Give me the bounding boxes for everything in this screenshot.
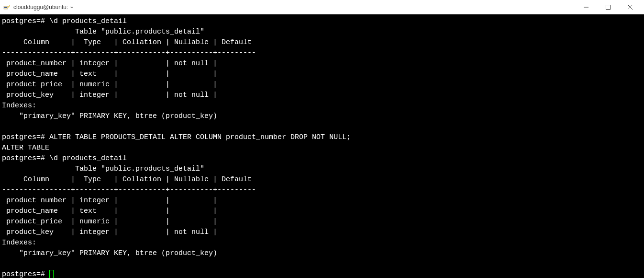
prompt: postgres=# bbox=[2, 154, 45, 162]
table-divider: ----------------+---------+-----------+-… bbox=[2, 186, 256, 194]
index-line: "primary_key" PRIMARY KEY, btree (produc… bbox=[2, 112, 217, 120]
command: ALTER TABLE PRODUCTS_DETAIL ALTER COLUMN… bbox=[49, 133, 351, 141]
indexes-label: Indexes: bbox=[2, 102, 36, 110]
table-header: Column | Type | Collation | Nullable | D… bbox=[2, 175, 252, 184]
indexes-label: Indexes: bbox=[2, 239, 36, 247]
svg-rect-1 bbox=[4, 7, 7, 8]
table-row: product_name | text | | | bbox=[2, 207, 217, 215]
command: \d products_detail bbox=[49, 17, 127, 25]
table-row: product_number | integer | | not null | bbox=[2, 59, 217, 68]
putty-icon bbox=[3, 3, 11, 11]
cursor bbox=[49, 270, 54, 278]
table-row: product_price | numeric | | | bbox=[2, 218, 217, 226]
table-row: product_price | numeric | | | bbox=[2, 81, 217, 89]
table-row: product_key | integer | | not null | bbox=[2, 91, 217, 99]
window-title: cloudduggu@ubuntu: ~ bbox=[13, 4, 575, 11]
titlebar: cloudduggu@ubuntu: ~ bbox=[0, 0, 644, 14]
result: ALTER TABLE bbox=[2, 144, 49, 152]
command: \d products_detail bbox=[49, 154, 127, 162]
prompt: postgres=# bbox=[2, 133, 45, 141]
close-button[interactable] bbox=[619, 0, 641, 14]
window-controls bbox=[575, 0, 641, 14]
prompt: postgres=# bbox=[2, 270, 45, 278]
table-title: Table "public.products_detail" bbox=[75, 28, 204, 36]
maximize-button[interactable] bbox=[597, 0, 619, 14]
index-line: "primary_key" PRIMARY KEY, btree (produc… bbox=[2, 249, 217, 257]
prompt: postgres=# bbox=[2, 17, 45, 25]
minimize-button[interactable] bbox=[575, 0, 597, 14]
table-title: Table "public.products_detail" bbox=[75, 165, 204, 173]
table-row: product_number | integer | | | bbox=[2, 197, 217, 205]
terminal[interactable]: postgres=# \d products_detail Table "pub… bbox=[0, 14, 644, 278]
svg-rect-3 bbox=[606, 5, 611, 9]
table-divider: ----------------+---------+-----------+-… bbox=[2, 49, 256, 57]
table-row: product_key | integer | | not null | bbox=[2, 228, 217, 236]
table-row: product_name | text | | | bbox=[2, 70, 217, 78]
table-header: Column | Type | Collation | Nullable | D… bbox=[2, 38, 252, 46]
